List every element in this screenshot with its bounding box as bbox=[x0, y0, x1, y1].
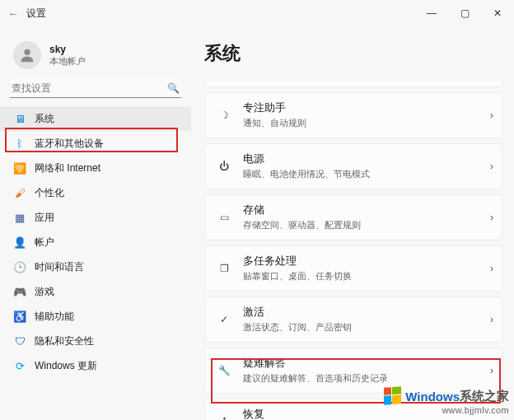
card-title: 激活 bbox=[243, 306, 480, 320]
bluetooth-icon: ᛒ bbox=[13, 137, 26, 150]
sidebar-item-label: 网络和 Internet bbox=[35, 161, 100, 175]
sidebar-item-10[interactable]: ⟳Windows 更新 bbox=[0, 353, 191, 378]
profile-name: sky bbox=[49, 44, 86, 55]
sidebar-item-0[interactable]: 🖥系统 bbox=[0, 106, 191, 131]
settings-card-3[interactable]: ❐多任务处理贴靠窗口、桌面、任务切换› bbox=[204, 245, 502, 292]
chevron-right-icon: › bbox=[490, 212, 493, 223]
content: 系统 ☽专注助手通知、自动规则›⏻电源睡眠、电池使用情况、节电模式›▭存储存储空… bbox=[191, 26, 514, 420]
card-icon: ✓ bbox=[215, 310, 233, 329]
sidebar-item-7[interactable]: 🎮游戏 bbox=[0, 279, 191, 304]
card-icon: ☽ bbox=[215, 106, 233, 124]
back-button[interactable]: ← bbox=[0, 7, 26, 20]
card-sub: 建议的疑难解答、首选项和历史记录 bbox=[243, 372, 480, 385]
chevron-right-icon: › bbox=[490, 263, 493, 274]
card-title: 专注助手 bbox=[243, 101, 480, 115]
sidebar-item-3[interactable]: 🖌个性化 bbox=[0, 180, 191, 205]
sidebar-item-2[interactable]: 🛜网络和 Internet bbox=[0, 156, 191, 180]
sidebar-item-label: 系统 bbox=[35, 112, 54, 126]
person-icon: 👤 bbox=[13, 236, 26, 249]
card-title: 疑难解答 bbox=[243, 357, 480, 371]
sidebar-item-1[interactable]: ᛒ蓝牙和其他设备 bbox=[0, 131, 191, 156]
chevron-right-icon: › bbox=[490, 416, 493, 420]
chevron-right-icon: › bbox=[490, 365, 493, 376]
search-input[interactable] bbox=[12, 82, 167, 94]
sidebar-item-6[interactable]: 🕒时间和语言 bbox=[0, 254, 191, 279]
shield-icon: 🛡 bbox=[13, 334, 26, 348]
sidebar-item-label: 应用 bbox=[35, 211, 54, 225]
card-icon: ⤴ bbox=[215, 413, 233, 420]
card-sub: 通知、自动规则 bbox=[243, 117, 480, 129]
sidebar-item-label: 游戏 bbox=[35, 285, 54, 299]
sidebar-item-label: 个性化 bbox=[35, 186, 64, 200]
access-icon: ♿ bbox=[13, 310, 26, 323]
card-sub: 睡眠、电池使用情况、节电模式 bbox=[243, 168, 480, 180]
sidebar-item-9[interactable]: 🛡隐私和安全性 bbox=[0, 329, 191, 353]
sidebar-item-5[interactable]: 👤帐户 bbox=[0, 230, 191, 254]
sidebar-item-label: 时间和语言 bbox=[35, 260, 84, 274]
maximize-button[interactable]: ▢ bbox=[448, 0, 481, 26]
close-button[interactable]: ✕ bbox=[481, 0, 514, 26]
profile-sub: 本地帐户 bbox=[49, 55, 86, 68]
watermark-brand-blue: Windows bbox=[405, 390, 460, 404]
card-sub: 存储空间、驱动器、配置规则 bbox=[243, 219, 480, 231]
settings-card-1[interactable]: ⏻电源睡眠、电池使用情况、节电模式› bbox=[204, 143, 502, 189]
card-title: 多任务处理 bbox=[243, 254, 480, 268]
watermark: Windows 系统之家 www.bjjmlv.com bbox=[384, 387, 509, 415]
search-box[interactable]: 🔍 bbox=[10, 79, 181, 98]
svg-point-0 bbox=[24, 49, 30, 55]
profile-block[interactable]: sky 本地帐户 bbox=[0, 30, 191, 79]
brush-icon: 🖌 bbox=[13, 186, 26, 199]
clock-icon: 🕒 bbox=[13, 260, 26, 273]
card-sub: 激活状态、订阅、产品密钥 bbox=[243, 321, 480, 334]
card-icon: 🔧 bbox=[215, 362, 233, 380]
card-icon: ▭ bbox=[215, 208, 233, 226]
sidebar-item-label: Windows 更新 bbox=[35, 359, 97, 373]
sidebar-item-8[interactable]: ♿辅助功能 bbox=[0, 304, 191, 329]
search-icon: 🔍 bbox=[167, 82, 180, 94]
apps-icon: ▦ bbox=[13, 211, 26, 224]
chevron-right-icon: › bbox=[490, 110, 493, 121]
titlebar: ← 设置 — ▢ ✕ bbox=[0, 0, 514, 26]
game-icon: 🎮 bbox=[13, 285, 26, 298]
window-controls: — ▢ ✕ bbox=[415, 0, 514, 26]
update-icon: ⟳ bbox=[13, 359, 26, 372]
sidebar: sky 本地帐户 🔍 🖥系统ᛒ蓝牙和其他设备🛜网络和 Internet🖌个性化▦… bbox=[0, 26, 191, 420]
sidebar-item-label: 帐户 bbox=[35, 236, 54, 250]
chevron-right-icon: › bbox=[490, 314, 493, 325]
settings-card-partial[interactable] bbox=[204, 81, 502, 87]
card-icon: ❐ bbox=[215, 259, 233, 278]
sidebar-item-label: 辅助功能 bbox=[35, 310, 74, 324]
sidebar-item-4[interactable]: ▦应用 bbox=[0, 205, 191, 230]
avatar bbox=[13, 41, 41, 69]
monitor-icon: 🖥 bbox=[13, 112, 26, 125]
settings-card-2[interactable]: ▭存储存储空间、驱动器、配置规则› bbox=[204, 194, 502, 240]
windows-logo-icon bbox=[384, 386, 402, 406]
settings-card-4[interactable]: ✓激活激活状态、订阅、产品密钥› bbox=[204, 296, 502, 343]
chevron-right-icon: › bbox=[490, 161, 493, 172]
card-title: 电源 bbox=[243, 152, 480, 166]
card-title: 存储 bbox=[243, 203, 480, 217]
wifi-icon: 🛜 bbox=[13, 161, 26, 175]
sidebar-item-label: 蓝牙和其他设备 bbox=[35, 137, 104, 151]
settings-card-0[interactable]: ☽专注助手通知、自动规则› bbox=[204, 92, 502, 138]
page-title: 系统 bbox=[204, 41, 502, 66]
card-sub: 贴靠窗口、桌面、任务切换 bbox=[243, 270, 480, 282]
card-icon: ⏻ bbox=[215, 157, 233, 175]
app-title: 设置 bbox=[26, 7, 46, 21]
nav-list: 🖥系统ᛒ蓝牙和其他设备🛜网络和 Internet🖌个性化▦应用👤帐户🕒时间和语言… bbox=[0, 106, 191, 378]
minimize-button[interactable]: — bbox=[415, 0, 448, 26]
watermark-url: www.bjjmlv.com bbox=[442, 405, 509, 415]
watermark-brand-gray: 系统之家 bbox=[460, 389, 509, 404]
sidebar-item-label: 隐私和安全性 bbox=[35, 334, 94, 348]
